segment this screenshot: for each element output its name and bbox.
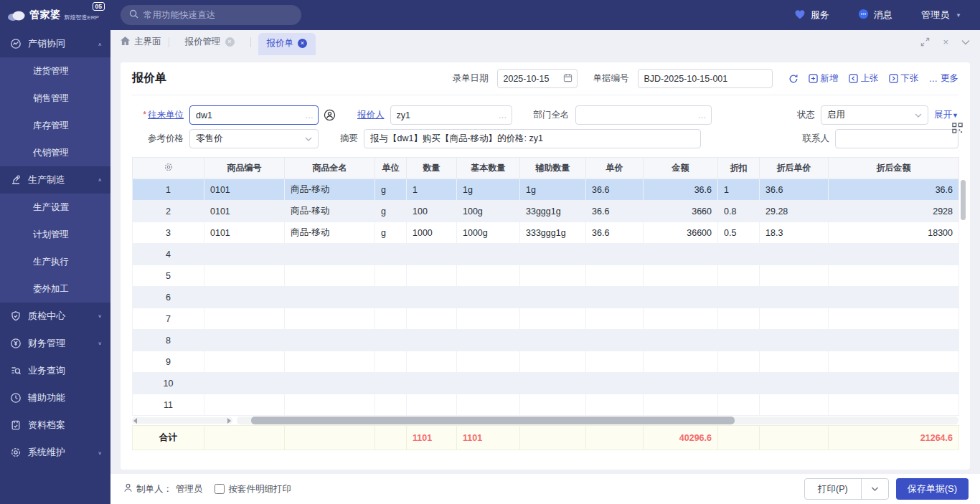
cell-amount[interactable]: 36.6 [644,179,718,201]
cell-qty[interactable] [407,244,457,265]
v-scrollbar-thumb[interactable] [961,180,966,220]
column-header-disc_price[interactable]: 折后单价 [760,158,829,179]
column-header-price[interactable]: 单价 [586,158,644,179]
cell-discount[interactable] [718,287,760,308]
column-header-item_name[interactable]: 商品全名 [285,158,375,179]
cell-disc_price[interactable]: 36.6 [760,179,829,201]
sidebar-item[interactable]: 代销管理 [0,139,110,166]
cell-disc_amount[interactable]: 36.6 [829,179,959,201]
cell-discount[interactable]: 1 [718,179,760,201]
close-all-icon[interactable]: × [943,37,948,47]
cell-unit[interactable] [375,287,407,308]
maximize-icon[interactable] [920,37,930,47]
column-header-disc_amount[interactable]: 折后金额 [829,158,959,179]
save-button[interactable]: 保存单据(S) [896,478,969,500]
tab-quotation[interactable]: 报价单 × [258,33,316,55]
cell-item_no[interactable] [204,330,285,351]
cell-item_name[interactable] [285,394,375,416]
cell-base_qty[interactable] [457,244,520,265]
cell-item_no[interactable] [204,287,285,308]
qr-code-icon[interactable] [952,123,963,135]
quoter-input[interactable] [390,105,512,125]
cell-item_no[interactable] [204,373,285,394]
column-header-amount[interactable]: 金额 [644,158,718,179]
cell-aux_qty[interactable] [520,308,586,330]
collapse-icon[interactable] [961,39,970,45]
cell-unit[interactable] [375,330,407,351]
cell-unit[interactable]: g [375,201,407,222]
partner-input[interactable] [189,105,319,125]
cell-base_qty[interactable] [457,287,520,308]
partner-info-icon[interactable] [324,109,336,121]
cell-amount[interactable]: 3660 [644,201,718,222]
cell-disc_amount[interactable] [829,308,959,330]
cell-unit[interactable]: g [375,179,407,201]
row-seq[interactable]: 8 [133,330,204,351]
cell-base_qty[interactable] [457,265,520,287]
cell-item_name[interactable] [285,330,375,351]
cell-base_qty[interactable]: 1000g [457,222,520,244]
row-seq[interactable]: 2 [133,201,204,222]
sidebar-item[interactable]: 生产执行 [0,248,110,275]
cell-amount[interactable]: 36600 [644,222,718,244]
cell-price[interactable] [586,287,644,308]
print-by-suite-option[interactable]: 按套件明细打印 [215,483,292,495]
cell-aux_qty[interactable] [520,244,586,265]
cell-price[interactable] [586,351,644,373]
cell-qty[interactable] [407,308,457,330]
cell-item_name[interactable]: 商品-移动 [285,201,375,222]
sidebar-item[interactable]: 委外加工 [0,275,110,303]
row-seq[interactable]: 1 [133,179,204,201]
cell-amount[interactable] [644,351,718,373]
cell-item_no[interactable] [204,244,285,265]
cell-amount[interactable] [644,265,718,287]
sidebar-section-7[interactable]: 系统维护∨ [0,439,110,466]
cell-amount[interactable] [644,308,718,330]
print-dropdown-button[interactable] [861,479,888,499]
summary-input[interactable] [364,129,701,148]
cell-qty[interactable] [407,287,457,308]
partner-label-link[interactable]: 往来单位 [148,110,184,120]
cell-price[interactable] [586,308,644,330]
column-header-qty[interactable]: 数量 [407,158,457,179]
column-header-unit[interactable]: 单位 [375,158,407,179]
frozen-pane-scrollbar[interactable] [132,417,232,424]
cell-disc_amount[interactable] [829,330,959,351]
cell-discount[interactable]: 0.5 [718,222,760,244]
cell-disc_price[interactable] [760,351,829,373]
cell-price[interactable] [586,265,644,287]
cell-item_name[interactable] [285,244,375,265]
print-by-suite-checkbox[interactable] [215,484,225,494]
column-header-aux_qty[interactable]: 辅助数量 [520,158,586,179]
sidebar-item[interactable]: 进货管理 [0,57,110,85]
cell-price[interactable] [586,394,644,416]
cell-disc_price[interactable]: 18.3 [760,222,829,244]
cell-discount[interactable] [718,330,760,351]
cell-discount[interactable] [718,265,760,287]
ref-price-select[interactable]: 零售价 [189,129,319,148]
print-button[interactable]: 打印(P) [805,479,861,499]
cell-price[interactable]: 36.6 [586,179,644,201]
messages-menu[interactable]: 消息 [858,9,892,22]
cell-disc_price[interactable]: 29.28 [760,201,829,222]
sidebar-section-6[interactable]: 资料档案 [0,412,110,439]
cell-aux_qty[interactable]: 1g [520,179,586,201]
cell-qty[interactable] [407,351,457,373]
cell-item_name[interactable] [285,373,375,394]
cell-item_no[interactable] [204,265,285,287]
row-seq[interactable]: 6 [133,287,204,308]
cell-disc_amount[interactable] [829,351,959,373]
cell-unit[interactable] [375,308,407,330]
vertical-scrollbar[interactable] [961,180,966,417]
expand-toggle[interactable]: 展开▼ [934,109,958,121]
cell-disc_price[interactable] [760,330,829,351]
sidebar-section-4[interactable]: 业务查询 [0,357,110,384]
cell-item_name[interactable]: 商品-移动 [285,179,375,201]
more-button[interactable]: … 更多 [929,72,959,85]
cell-item_name[interactable] [285,351,375,373]
cell-disc_price[interactable] [760,287,829,308]
row-seq[interactable]: 4 [133,244,204,265]
add-button[interactable]: 新增 [809,72,839,85]
sidebar-section-0[interactable]: 产销协同∧ [0,30,110,57]
cell-aux_qty[interactable] [520,287,586,308]
